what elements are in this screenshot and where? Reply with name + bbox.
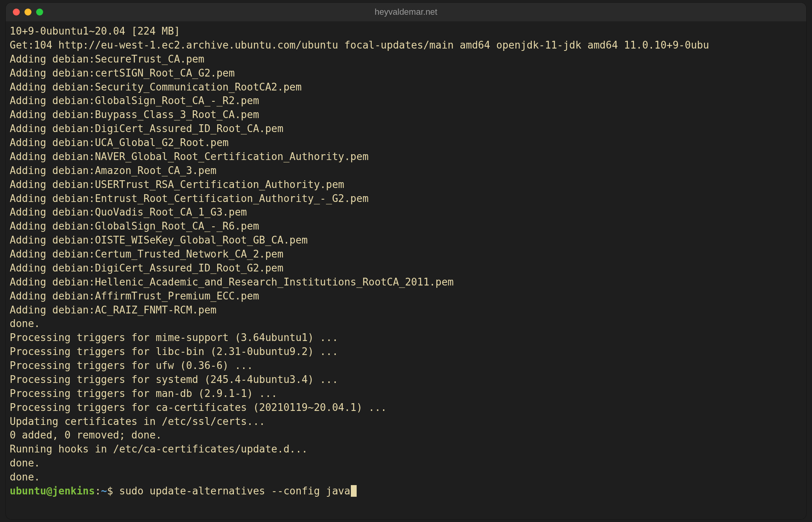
terminal-line: Get:104 http://eu-west-1.ec2.archive.ubu…: [10, 38, 802, 52]
terminal-line: Adding debian:certSIGN_Root_CA_G2.pem: [10, 66, 802, 80]
terminal-body[interactable]: 10+9-0ubuntu1~20.04 [224 MB]Get:104 http…: [6, 21, 806, 519]
prompt-line: ubuntu@jenkins:~$ sudo update-alternativ…: [10, 484, 802, 498]
terminal-line: Adding debian:GlobalSign_Root_CA_-_R2.pe…: [10, 94, 802, 108]
terminal-line: Processing triggers for ufw (0.36-6) ...: [10, 359, 802, 373]
titlebar: heyvaldemar.net: [6, 3, 806, 21]
terminal-line: Adding debian:Certum_Trusted_Network_CA_…: [10, 247, 802, 261]
prompt-at: @: [46, 485, 52, 497]
terminal-line: Adding debian:AffirmTrust_Premium_ECC.pe…: [10, 289, 802, 303]
terminal-line: Adding debian:USERTrust_RSA_Certificatio…: [10, 178, 802, 192]
terminal-line: Adding debian:Hellenic_Academic_and_Rese…: [10, 275, 802, 289]
maximize-icon[interactable]: [36, 9, 43, 16]
traffic-lights: [13, 9, 43, 16]
close-icon[interactable]: [13, 9, 20, 16]
terminal-line: 10+9-0ubuntu1~20.04 [224 MB]: [10, 24, 802, 38]
terminal-line: Adding debian:SecureTrust_CA.pem: [10, 52, 802, 66]
minimize-icon[interactable]: [24, 9, 31, 16]
command-input[interactable]: sudo update-alternatives --config java: [113, 485, 350, 497]
terminal-window: heyvaldemar.net 10+9-0ubuntu1~20.04 [224…: [6, 3, 806, 519]
prompt-host: jenkins: [52, 485, 95, 497]
command-text: sudo update-alternatives --config java: [119, 485, 350, 497]
terminal-line: Adding debian:DigiCert_Assured_ID_Root_C…: [10, 122, 802, 136]
terminal-line: Adding debian:QuoVadis_Root_CA_1_G3.pem: [10, 205, 802, 219]
terminal-line: done.: [10, 470, 802, 484]
prompt-path: ~: [101, 485, 107, 497]
terminal-line: Adding debian:UCA_Global_G2_Root.pem: [10, 136, 802, 150]
prompt-user: ubuntu: [10, 485, 46, 497]
terminal-line: done.: [10, 317, 802, 331]
terminal-line: Adding debian:OISTE_WISeKey_Global_Root_…: [10, 233, 802, 247]
terminal-line: Adding debian:Security_Communication_Roo…: [10, 80, 802, 94]
prompt-colon: :: [95, 485, 101, 497]
terminal-line: Running hooks in /etc/ca-certificates/up…: [10, 442, 802, 456]
terminal-output: 10+9-0ubuntu1~20.04 [224 MB]Get:104 http…: [10, 24, 802, 484]
prompt-symbol: $: [107, 485, 113, 497]
terminal-line: Adding debian:GlobalSign_Root_CA_-_R6.pe…: [10, 219, 802, 233]
terminal-line: Processing triggers for systemd (245.4-4…: [10, 373, 802, 387]
terminal-line: Processing triggers for ca-certificates …: [10, 401, 802, 415]
terminal-line: Processing triggers for mime-support (3.…: [10, 331, 802, 345]
terminal-line: Adding debian:AC_RAIZ_FNMT-RCM.pem: [10, 303, 802, 317]
terminal-line: Adding debian:DigiCert_Assured_ID_Root_G…: [10, 261, 802, 275]
terminal-line: 0 added, 0 removed; done.: [10, 428, 802, 442]
terminal-line: Adding debian:Entrust_Root_Certification…: [10, 192, 802, 206]
terminal-line: Updating certificates in /etc/ssl/certs.…: [10, 415, 802, 429]
terminal-line: Processing triggers for libc-bin (2.31-0…: [10, 345, 802, 359]
terminal-line: Processing triggers for man-db (2.9.1-1)…: [10, 387, 802, 401]
terminal-line: Adding debian:Buypass_Class_3_Root_CA.pe…: [10, 108, 802, 122]
window-title: heyvaldemar.net: [375, 7, 437, 17]
terminal-line: done.: [10, 456, 802, 470]
terminal-line: Adding debian:NAVER_Global_Root_Certific…: [10, 150, 802, 164]
terminal-line: Adding debian:Amazon_Root_CA_3.pem: [10, 164, 802, 178]
cursor-icon: [351, 485, 357, 497]
